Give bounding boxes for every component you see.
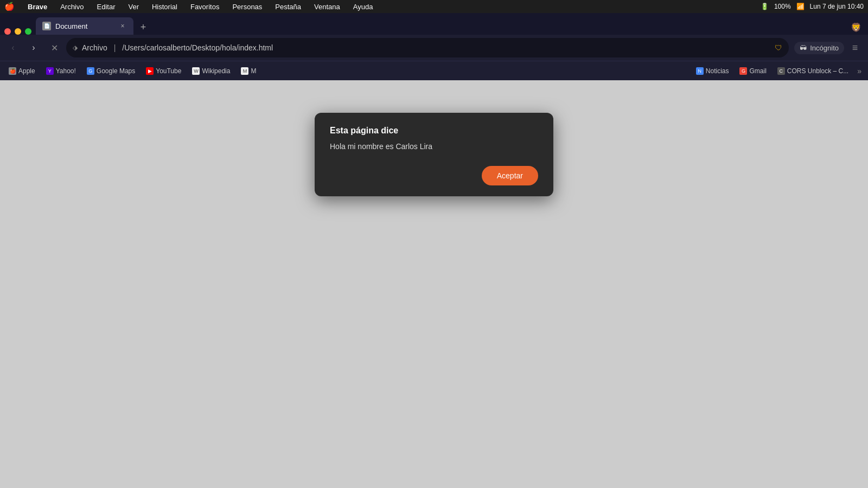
menubar-historial[interactable]: Historial (150, 3, 180, 11)
dialog-message: Hola mi nombre es Carlos Lira (330, 142, 538, 151)
tab-title: Document (55, 22, 114, 30)
menubar-brave[interactable]: Brave (25, 3, 49, 11)
bookmark-favicon-gmail: G (739, 67, 747, 75)
wifi-icon: 📶 (796, 3, 805, 10)
bookmark-label-googlemaps: Google Maps (97, 67, 135, 75)
bookmark-gmail[interactable]: G Gmail (735, 65, 770, 77)
bookmarks-more-button[interactable]: » (855, 65, 864, 78)
incognito-label: Incógnito (810, 44, 839, 52)
reload-button[interactable]: ✕ (46, 39, 63, 56)
incognito-badge[interactable]: 🕶 Incógnito (794, 42, 844, 54)
bookmark-favicon-noticias: N (696, 67, 704, 75)
minimize-traffic-light[interactable] (15, 28, 21, 35)
menubar-favoritos[interactable]: Favoritos (188, 3, 221, 11)
bookmark-label-gmail: Gmail (749, 67, 766, 75)
battery-status: 🔋 (761, 3, 769, 10)
menubar-ventana[interactable]: Ventana (312, 3, 342, 11)
address-path: /Users/carlosalberto/Desktop/hola/index.… (122, 43, 770, 52)
dialog-accept-button[interactable]: Aceptar (482, 166, 538, 185)
bookmark-favicon-apple: 🍎 (9, 67, 16, 75)
browser-menu-button[interactable]: ≡ (846, 39, 864, 56)
active-tab[interactable]: 📄 Document × (36, 17, 133, 35)
bookmark-favicon-youtube: ▶ (146, 67, 154, 75)
forward-button[interactable]: › (25, 39, 42, 56)
new-tab-button[interactable]: + (136, 20, 151, 35)
bookmark-wikipedia[interactable]: W Wikipedia (188, 65, 234, 77)
dialog-title: Esta página dice (330, 126, 538, 136)
menubar-pestana[interactable]: Pestaña (273, 3, 303, 11)
bookmarks-bar: 🍎 Apple Y Yahoo! G Google Maps ▶ YouTube… (0, 61, 868, 80)
bookmark-label-yahoo: Yahoo! (56, 67, 76, 75)
traffic-lights (4, 28, 31, 35)
bookmark-label-youtube: YouTube (156, 67, 181, 75)
tab-close-button[interactable]: × (118, 22, 127, 30)
browser-chrome: 📄 Document × + 🦁 ‹ › ✕ ⬗ Archivo | /User… (0, 13, 868, 61)
bookmark-label-misc: M (251, 67, 256, 75)
dialog-overlay: Esta página dice Hola mi nombre es Carlo… (0, 80, 868, 488)
address-lock-icon: ⬗ (73, 44, 78, 52)
alert-dialog: Esta página dice Hola mi nombre es Carlo… (315, 113, 553, 196)
dialog-actions: Aceptar (330, 166, 538, 185)
close-traffic-light[interactable] (4, 28, 11, 35)
bookmark-youtube[interactable]: ▶ YouTube (142, 65, 186, 77)
bookmark-apple[interactable]: 🍎 Apple (4, 65, 40, 77)
brave-address-shield: 🛡 (775, 43, 782, 52)
menubar-ver[interactable]: Ver (126, 3, 141, 11)
bookmark-googlemaps[interactable]: G Google Maps (82, 65, 139, 77)
address-protocol: Archivo (82, 43, 107, 52)
bookmark-favicon-cors: C (777, 67, 785, 75)
bookmark-misc[interactable]: M M (237, 65, 260, 77)
menubar-ayuda[interactable]: Ayuda (351, 3, 375, 11)
apple-menu[interactable]: 🍎 (4, 2, 15, 11)
bookmark-favicon-misc: M (241, 67, 248, 75)
menubar-archivo[interactable]: Archivo (58, 3, 86, 11)
clock: Lun 7 de jun 10:40 (810, 3, 864, 10)
page-content: Esta página dice Hola mi nombre es Carlo… (0, 80, 868, 488)
nav-bar: ‹ › ✕ ⬗ Archivo | /Users/carlosalberto/D… (0, 35, 868, 61)
bookmark-yahoo[interactable]: Y Yahoo! (42, 65, 80, 77)
bookmark-label-wikipedia: Wikipedia (202, 67, 230, 75)
bookmark-noticias[interactable]: N Noticias (692, 65, 733, 77)
bookmark-favicon-yahoo: Y (46, 67, 54, 75)
incognito-icon: 🕶 (800, 44, 807, 52)
address-separator: | (114, 43, 116, 52)
tab-favicon: 📄 (42, 22, 51, 30)
menubar-right: 🔋 100% 📶 Lun 7 de jun 10:40 (761, 3, 864, 10)
back-button[interactable]: ‹ (4, 39, 22, 56)
maximize-traffic-light[interactable] (25, 28, 31, 35)
bookmark-label-apple: Apple (18, 67, 35, 75)
menubar: 🍎 Brave Archivo Editar Ver Historial Fav… (0, 0, 868, 13)
bookmark-label-noticias: Noticias (706, 67, 729, 75)
bookmark-favicon-wikipedia: W (192, 67, 200, 75)
menubar-personas[interactable]: Personas (230, 3, 264, 11)
bookmark-favicon-googlemaps: G (87, 67, 94, 75)
tab-bar: 📄 Document × + 🦁 (0, 13, 868, 35)
nav-right-area: 🕶 Incógnito ≡ (794, 39, 864, 56)
address-bar[interactable]: ⬗ Archivo | /Users/carlosalberto/Desktop… (66, 38, 789, 57)
menubar-editar[interactable]: Editar (95, 3, 118, 11)
bookmark-label-cors: CORS Unblock – C... (787, 67, 848, 75)
bookmark-cors[interactable]: C CORS Unblock – C... (773, 65, 853, 77)
battery-percent: 100% (774, 3, 791, 10)
brave-shield-icon[interactable]: 🦁 (848, 20, 864, 35)
